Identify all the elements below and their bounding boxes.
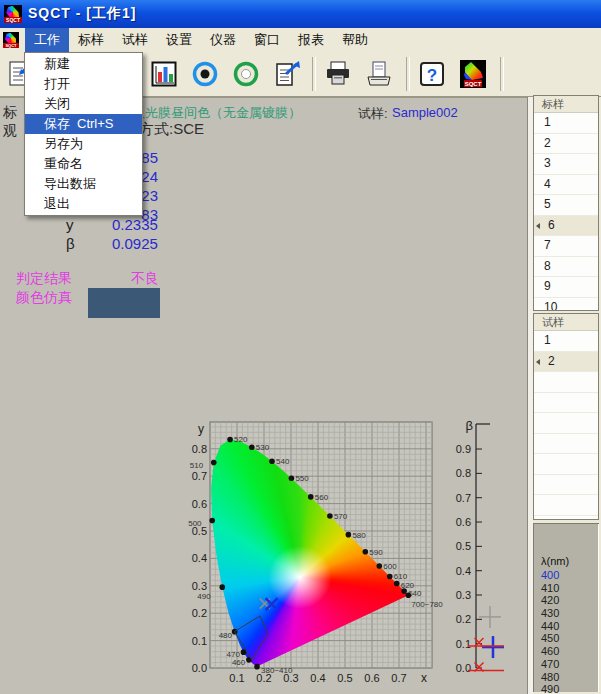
- wavelength-row[interactable]: 400: [541, 569, 599, 582]
- toolbar-separator: [500, 57, 504, 91]
- standard-list-row[interactable]: 6: [534, 216, 598, 237]
- toolbar-separator: [312, 57, 316, 91]
- selected-row-marker: [536, 223, 540, 229]
- trial-list-row-empty[interactable]: [534, 413, 598, 434]
- sqct-logo-icon: SQCT: [458, 59, 488, 89]
- toolbar-button-chart-view[interactable]: [144, 54, 184, 94]
- standard-list-row[interactable]: 9: [534, 277, 598, 298]
- help-icon: ?: [417, 59, 447, 89]
- toolbar-button-measure-sample[interactable]: [226, 54, 266, 94]
- menubar-item-sample[interactable]: 试样: [113, 28, 157, 52]
- file-dropdown-menu: 新建打开关闭保存Ctrl+S另存为重命名导出数据退出: [24, 52, 143, 216]
- file-menu-item-new[interactable]: 新建: [25, 54, 142, 74]
- toolbar-button-print[interactable]: [318, 54, 358, 94]
- file-menu-item-close[interactable]: 关闭: [25, 94, 142, 114]
- trial-list-row[interactable]: 1: [534, 331, 598, 352]
- file-menu-item-rename[interactable]: 重命名: [25, 154, 142, 174]
- trial-list-row-empty[interactable]: [534, 372, 598, 393]
- standard-list-row[interactable]: 4: [534, 175, 598, 196]
- coordinate-label: y: [66, 215, 74, 234]
- wavelength-row[interactable]: 470: [541, 658, 599, 671]
- wavelength-row[interactable]: 490: [541, 683, 599, 694]
- wavelength-row[interactable]: 450: [541, 632, 599, 645]
- coordinate-value: 0.0925: [112, 234, 158, 253]
- document-logo-icon: SQCT: [3, 32, 19, 48]
- menu-bar-items: 工作标样试样设置仪器窗口报表帮助: [25, 28, 377, 52]
- trial-list-row-empty[interactable]: [534, 516, 598, 521]
- coordinate-row: y0.2335: [0, 215, 300, 234]
- toolbar-button-report[interactable]: [267, 54, 307, 94]
- trial-list-row[interactable]: 2: [534, 352, 598, 373]
- judgement-label: 判定结果: [16, 270, 72, 288]
- wavelength-row[interactable]: 460: [541, 645, 599, 658]
- menubar-item-window[interactable]: 窗口: [245, 28, 289, 52]
- wavelength-row[interactable]: 420: [541, 594, 599, 607]
- menubar-item-standard[interactable]: 标样: [69, 28, 113, 52]
- measure-standard-icon: [190, 59, 220, 89]
- standard-list-row[interactable]: 3: [534, 154, 598, 175]
- wavelength-rows: 400410420430440450460470480490: [541, 569, 599, 694]
- trial-list-rows: 12: [534, 331, 598, 520]
- standard-list-row[interactable]: 5: [534, 195, 598, 216]
- logo-text: SQCT: [3, 43, 19, 48]
- standard-list-row[interactable]: 7: [534, 236, 598, 257]
- menubar-item-report[interactable]: 报表: [289, 28, 333, 52]
- print-icon: [323, 59, 353, 89]
- trial-list-row-empty[interactable]: [534, 454, 598, 475]
- toolbar-button-about-sqct[interactable]: SQCT: [453, 54, 493, 94]
- wavelength-row[interactable]: 410: [541, 582, 599, 595]
- app-window: SQCT SQCT - [工作1] SQCT 工作标样试样设置仪器窗口报表帮助 …: [0, 0, 601, 694]
- file-menu-item-label: 另存为: [44, 136, 83, 151]
- sample-name-value: Sample002: [392, 105, 458, 120]
- trial-list-row-empty[interactable]: [534, 495, 598, 516]
- measure-sample-icon: [231, 59, 261, 89]
- menubar-item-instrument[interactable]: 仪器: [201, 28, 245, 52]
- file-menu-item-open[interactable]: 打开: [25, 74, 142, 94]
- print-preview-icon: [364, 59, 394, 89]
- standard-list-row[interactable]: 10: [534, 298, 598, 312]
- logo-text: SQCT: [4, 17, 22, 23]
- file-menu-item-save-as[interactable]: 另存为: [25, 134, 142, 154]
- file-menu-item-label: 导出数据: [44, 176, 96, 191]
- toolbar-button-help[interactable]: ?: [412, 54, 452, 94]
- standard-list-row[interactable]: 8: [534, 257, 598, 278]
- menu-bar: SQCT 工作标样试样设置仪器窗口报表帮助: [0, 28, 601, 52]
- wavelength-row[interactable]: 480: [541, 671, 599, 684]
- wavelength-header: λ(nm): [541, 555, 599, 569]
- color-simulation-swatch: [88, 288, 160, 318]
- chromaticity-values: y0.2335β0.0925: [0, 215, 300, 253]
- trial-list-header: 试样: [534, 314, 598, 331]
- menubar-item-settings[interactable]: 设置: [157, 28, 201, 52]
- wavelength-row[interactable]: 440: [541, 620, 599, 633]
- judgement-result-value: 不良: [131, 270, 159, 288]
- svg-text:?: ?: [427, 66, 437, 85]
- wavelength-row[interactable]: 430: [541, 607, 599, 620]
- measurement-mode-label: 方式:SCE: [139, 120, 204, 139]
- observer-label-clipped: 观: [3, 122, 17, 140]
- trial-list-row-empty[interactable]: [534, 475, 598, 496]
- standard-list-row[interactable]: 1: [534, 113, 598, 134]
- wavelength-panel: λ(nm) 400410420430440450460470480490: [533, 523, 599, 692]
- file-menu-item-save[interactable]: 保存Ctrl+S: [25, 114, 142, 134]
- logo-color-blob: [6, 6, 19, 18]
- file-menu-item-export-data[interactable]: 导出数据: [25, 174, 142, 194]
- coordinate-row: β0.0925: [0, 234, 300, 253]
- file-menu-item-label: 退出: [44, 196, 70, 211]
- menubar-item-work[interactable]: 工作: [25, 28, 69, 52]
- standard-list-header: 标样: [534, 96, 598, 113]
- menubar-item-help[interactable]: 帮助: [333, 28, 377, 52]
- file-menu-shortcut: Ctrl+S: [77, 116, 113, 131]
- standard-list-row[interactable]: 2: [534, 134, 598, 155]
- title-bar[interactable]: SQCT SQCT - [工作1]: [0, 0, 601, 28]
- coordinate-label: β: [66, 234, 75, 253]
- toolbar-button-measure-standard[interactable]: [185, 54, 225, 94]
- toolbar-button-print-preview[interactable]: [359, 54, 399, 94]
- standard-list-rows: 1234567891011: [534, 113, 598, 311]
- sample-label: 试样:: [358, 105, 388, 123]
- file-menu-item-label: 重命名: [44, 156, 83, 171]
- trial-list-row-empty[interactable]: [534, 434, 598, 455]
- trial-list-row-empty[interactable]: [534, 393, 598, 414]
- window-title: SQCT - [工作1]: [28, 5, 136, 23]
- file-menu-item-exit[interactable]: 退出: [25, 194, 142, 214]
- file-menu-item-label: 新建: [44, 56, 70, 71]
